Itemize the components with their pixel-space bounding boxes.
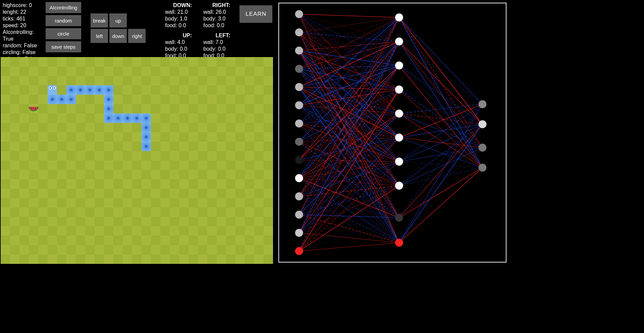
svg-line-178 bbox=[399, 148, 483, 243]
svg-line-17 bbox=[299, 32, 399, 186]
sensor-right-body: body: 3.0 bbox=[203, 15, 233, 22]
svg-line-170 bbox=[399, 148, 483, 186]
down-button[interactable]: down bbox=[109, 29, 127, 43]
stat-aicontrolling: AIcontrolling: True bbox=[3, 29, 42, 42]
sensor-up-body: body: 0.0 bbox=[165, 46, 195, 52]
mode-buttons: AIcontrolling random circle save steps bbox=[46, 2, 82, 56]
svg-line-132 bbox=[299, 65, 399, 251]
svg-point-201 bbox=[395, 182, 403, 190]
up-button[interactable]: up bbox=[109, 13, 127, 28]
svg-line-21 bbox=[299, 42, 399, 51]
svg-line-81 bbox=[299, 42, 399, 160]
svg-line-90 bbox=[299, 17, 399, 178]
stat-length: lenght: 22 bbox=[3, 9, 42, 15]
svg-point-200 bbox=[395, 158, 403, 166]
sensor-down-food: food: 0.0 bbox=[165, 22, 195, 29]
circle-button[interactable]: circle bbox=[46, 28, 82, 39]
svg-line-91 bbox=[299, 42, 399, 178]
svg-line-139 bbox=[299, 243, 399, 251]
svg-point-182 bbox=[295, 47, 303, 55]
sensor-up-title: UP: bbox=[165, 32, 195, 39]
aicontrolling-button[interactable]: AIcontrolling bbox=[46, 2, 82, 13]
svg-point-203 bbox=[395, 239, 403, 247]
svg-point-191 bbox=[295, 210, 303, 219]
learn-button[interactable]: LEARN bbox=[239, 5, 272, 23]
svg-line-127 bbox=[299, 186, 399, 233]
svg-point-202 bbox=[395, 214, 403, 222]
svg-line-27 bbox=[299, 51, 399, 186]
svg-point-205 bbox=[478, 120, 486, 128]
svg-point-189 bbox=[295, 174, 303, 182]
left-button[interactable]: left bbox=[91, 29, 108, 43]
sensor-readout: DOWN: wall: 21.0 body: 1.0 food: 0.0 UP:… bbox=[165, 2, 233, 56]
savesteps-button[interactable]: save steps bbox=[46, 41, 82, 52]
stat-speed: speed: 20 bbox=[3, 22, 42, 29]
svg-line-11 bbox=[299, 32, 399, 41]
svg-line-160 bbox=[399, 104, 483, 138]
svg-point-207 bbox=[478, 163, 486, 172]
break-button[interactable]: break bbox=[91, 13, 108, 28]
sensor-down-title: DOWN: bbox=[165, 2, 195, 9]
svg-line-143 bbox=[399, 17, 483, 168]
svg-line-65 bbox=[299, 124, 399, 138]
svg-line-147 bbox=[399, 42, 483, 168]
svg-point-188 bbox=[295, 156, 303, 164]
stat-random: random: False bbox=[3, 42, 42, 49]
random-button[interactable]: random bbox=[46, 15, 82, 26]
dpad: break up left down right bbox=[91, 13, 146, 56]
svg-line-172 bbox=[399, 104, 483, 218]
svg-line-103 bbox=[299, 90, 399, 196]
sensor-left-wall: wall: 7.0 bbox=[203, 39, 233, 46]
sensor-left-body: body: 0.0 bbox=[203, 46, 233, 52]
svg-point-194 bbox=[395, 13, 403, 21]
svg-point-192 bbox=[295, 229, 303, 237]
svg-line-140 bbox=[399, 17, 483, 104]
svg-line-157 bbox=[399, 113, 483, 124]
svg-line-164 bbox=[399, 104, 483, 162]
right-button[interactable]: right bbox=[128, 29, 146, 43]
svg-point-184 bbox=[295, 83, 303, 91]
stat-highscore: highscore: 0 bbox=[3, 2, 42, 9]
svg-point-195 bbox=[395, 38, 403, 46]
svg-point-180 bbox=[295, 10, 303, 18]
svg-point-193 bbox=[295, 247, 303, 255]
nn-svg bbox=[279, 3, 506, 262]
svg-line-40 bbox=[299, 17, 399, 87]
stats-panel: highscore: 0 lenght: 22 ticks: 461 speed… bbox=[3, 2, 42, 56]
svg-line-179 bbox=[399, 168, 483, 243]
stat-ticks: ticks: 461 bbox=[3, 15, 42, 22]
svg-point-197 bbox=[395, 86, 403, 94]
svg-line-3 bbox=[299, 14, 399, 90]
svg-line-169 bbox=[399, 124, 483, 186]
svg-line-150 bbox=[399, 65, 483, 148]
svg-line-51 bbox=[299, 42, 399, 105]
svg-point-196 bbox=[395, 61, 403, 69]
svg-line-175 bbox=[399, 168, 483, 218]
sensor-down-wall: wall: 21.0 bbox=[165, 9, 195, 15]
svg-point-186 bbox=[295, 120, 303, 128]
svg-line-10 bbox=[299, 17, 399, 32]
svg-line-146 bbox=[399, 42, 483, 148]
sensor-right-title: RIGHT: bbox=[203, 2, 233, 9]
svg-point-187 bbox=[295, 138, 303, 146]
sensor-left-title: LEFT: bbox=[203, 32, 233, 39]
svg-line-145 bbox=[399, 42, 483, 125]
svg-point-199 bbox=[395, 134, 403, 142]
svg-point-198 bbox=[395, 109, 403, 117]
svg-point-206 bbox=[478, 144, 486, 152]
svg-point-183 bbox=[295, 65, 303, 73]
svg-line-69 bbox=[299, 124, 399, 243]
game-board[interactable] bbox=[1, 57, 273, 264]
svg-line-0 bbox=[299, 14, 399, 17]
neural-network-viz bbox=[278, 3, 506, 263]
svg-line-173 bbox=[399, 124, 483, 218]
svg-line-43 bbox=[299, 87, 399, 89]
sensor-up-wall: wall: 4.0 bbox=[165, 39, 195, 46]
svg-line-95 bbox=[299, 138, 399, 178]
svg-line-174 bbox=[399, 148, 483, 218]
sensor-right-wall: wall: 26.0 bbox=[203, 9, 233, 15]
svg-line-152 bbox=[399, 90, 483, 104]
sensor-down-body: body: 1.0 bbox=[165, 15, 195, 22]
top-controls: highscore: 0 lenght: 22 ticks: 461 speed… bbox=[0, 0, 275, 57]
sensor-right-food: food: 0.0 bbox=[203, 22, 233, 29]
